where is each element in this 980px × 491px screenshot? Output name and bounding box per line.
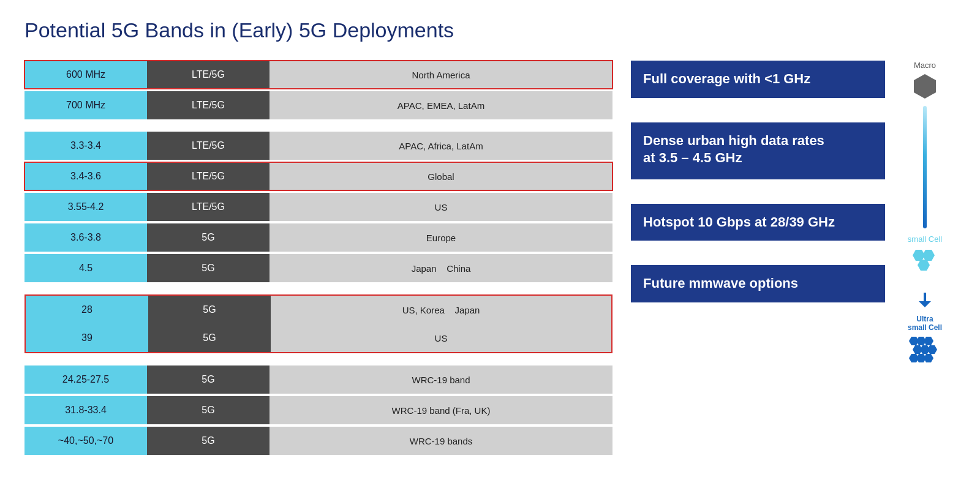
- cell-freq-700: 700 MHz: [24, 91, 147, 119]
- svg-marker-0: [914, 74, 936, 99]
- row-2425-275: 24.25-27.5 5G WRC-19 band: [24, 365, 612, 394]
- cell-freq-34-36: 3.4-3.6: [24, 162, 147, 190]
- cell-tech-36-38: 5G: [147, 223, 270, 252]
- ultra-small-label: Ultrasmall Cell: [908, 315, 942, 332]
- cell-freq-36-38: 3.6-3.8: [24, 223, 147, 252]
- row-28: 28 5G US, Korea Japan: [26, 296, 611, 324]
- group-sub1ghz: 600 MHz LTE/5G North America 700 MHz LTE…: [24, 61, 612, 119]
- row-36-38: 3.6-3.8 5G Europe: [24, 223, 612, 252]
- cell-freq-318-334: 31.8-33.4: [24, 396, 147, 424]
- svg-marker-3: [918, 260, 930, 271]
- row-40-50-70: ~40,~50,~70 5G WRC-19 bands: [24, 427, 612, 455]
- panel-dense-urban: Dense urban high data rates at 3.5 – 4.5…: [631, 122, 885, 179]
- cell-region-2425-275: WRC-19 band: [270, 365, 612, 394]
- group-mmwave: 28 5G US, Korea Japan 39 5G US: [24, 294, 612, 353]
- cell-freq-45: 4.5: [24, 254, 147, 282]
- main-layout: 600 MHz LTE/5G North America 700 MHz LTE…: [24, 61, 956, 461]
- scale-gradient-bar: [923, 106, 927, 228]
- cell-freq-33-34: 3.3-3.4: [24, 132, 147, 160]
- right-section: Full coverage with <1 GHz Dense urban hi…: [631, 61, 956, 376]
- cell-region-318-334: WRC-19 band (Fra, UK): [270, 396, 612, 424]
- cell-tech-318-334: 5G: [147, 396, 270, 424]
- cell-region-34-36: Global: [270, 162, 612, 190]
- cell-region-39: US: [271, 324, 611, 352]
- panel-future-mmwave: Future mmwave options: [631, 265, 885, 302]
- group-future: 24.25-27.5 5G WRC-19 band 31.8-33.4 5G W…: [24, 365, 612, 455]
- cell-tech-355-42: LTE/5G: [147, 193, 270, 221]
- row-600: 600 MHz LTE/5G North America: [24, 61, 612, 89]
- cell-freq-40-50-70: ~40,~50,~70: [24, 427, 147, 455]
- table-section: 600 MHz LTE/5G North America 700 MHz LTE…: [24, 61, 612, 461]
- small-cell-hex-cluster: [907, 247, 943, 287]
- svg-marker-8: [924, 337, 933, 345]
- macro-label: Macro: [914, 61, 936, 70]
- cell-region-33-34: APAC, Africa, LatAm: [270, 132, 612, 160]
- cell-region-45: Japan China: [270, 254, 612, 282]
- cell-tech-45: 5G: [147, 254, 270, 282]
- cell-tech-33-34: LTE/5G: [147, 132, 270, 160]
- cell-freq-600: 600 MHz: [24, 61, 147, 89]
- cell-tech-40-50-70: 5G: [147, 427, 270, 455]
- svg-marker-14: [924, 354, 933, 362]
- cell-freq-39: 39: [26, 324, 148, 352]
- info-panels: Full coverage with <1 GHz Dense urban hi…: [631, 61, 885, 376]
- row-355-42: 3.55-4.2 LTE/5G US: [24, 193, 612, 221]
- cell-region-600: North America: [270, 61, 612, 89]
- cell-freq-355-42: 3.55-4.2: [24, 193, 147, 221]
- svg-marker-5: [919, 301, 931, 307]
- small-cell-label: small Cell: [908, 234, 942, 244]
- panel-hotspot: Hotspot 10 Gbps at 28/39 GHz: [631, 204, 885, 241]
- cell-region-28: US, Korea Japan: [271, 296, 611, 324]
- row-318-334: 31.8-33.4 5G WRC-19 band (Fra, UK): [24, 396, 612, 424]
- ultra-small-hex-cluster: [907, 335, 943, 372]
- cell-region-36-38: Europe: [270, 223, 612, 252]
- row-45: 4.5 5G Japan China: [24, 254, 612, 282]
- page-title: Potential 5G Bands in (Early) 5G Deploym…: [24, 18, 956, 42]
- cell-region-355-42: US: [270, 193, 612, 221]
- cell-tech-28: 5G: [148, 296, 271, 324]
- group-35ghz: 3.3-3.4 LTE/5G APAC, Africa, LatAm 3.4-3…: [24, 132, 612, 282]
- cell-region-700: APAC, EMEA, LatAm: [270, 91, 612, 119]
- cell-freq-2425-275: 24.25-27.5: [24, 365, 147, 394]
- cell-region-40-50-70: WRC-19 bands: [270, 427, 612, 455]
- scale-arrow-down: [919, 293, 931, 310]
- row-39: 39 5G US: [26, 324, 611, 352]
- row-33-34: 3.3-3.4 LTE/5G APAC, Africa, LatAm: [24, 132, 612, 160]
- scale-column: Macro small Cell: [894, 61, 956, 376]
- cell-tech-2425-275: 5G: [147, 365, 270, 394]
- cell-tech-39: 5G: [148, 324, 271, 352]
- macro-hex-icon: [911, 73, 938, 102]
- scale-bar-container: [894, 106, 956, 228]
- cell-tech-700: LTE/5G: [147, 91, 270, 119]
- cell-freq-28: 28: [26, 296, 148, 324]
- cell-tech-600: LTE/5G: [147, 61, 270, 89]
- cell-tech-34-36: LTE/5G: [147, 162, 270, 190]
- row-34-36: 3.4-3.6 LTE/5G Global: [24, 162, 612, 190]
- svg-marker-2: [922, 250, 935, 261]
- row-700: 700 MHz LTE/5G APAC, EMEA, LatAm: [24, 91, 612, 119]
- svg-marker-11: [927, 345, 937, 354]
- panel-coverage: Full coverage with <1 GHz: [631, 61, 885, 98]
